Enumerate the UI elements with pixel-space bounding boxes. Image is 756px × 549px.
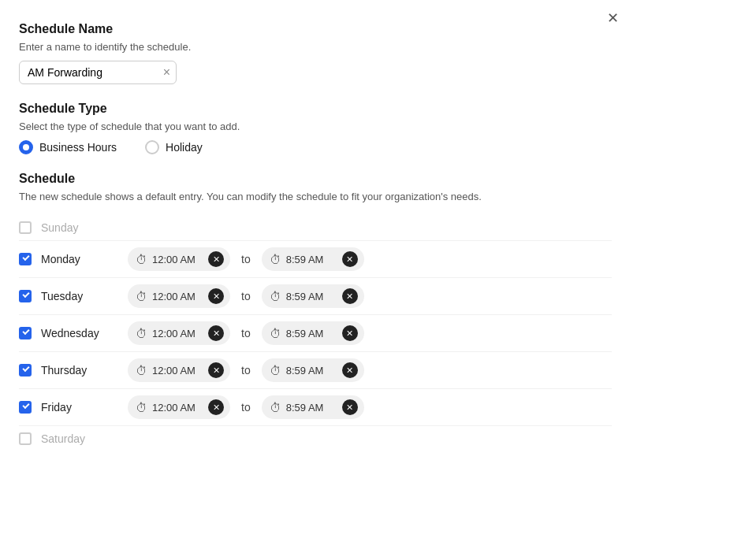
clock-icon: ⏱ (136, 401, 147, 414)
day-name-wednesday: Wednesday (41, 327, 128, 339)
day-row-sunday: Sunday (19, 215, 612, 241)
end-time-text: 8:59 AM (286, 254, 337, 265)
end-time-clear-button[interactable]: ✕ (342, 325, 358, 341)
schedule-name-section: Schedule Name Enter a name to identify t… (19, 22, 612, 84)
days-container: SundayMonday ⏱ 12:00 AM ✕ to ⏱ 8:59 AM ✕… (19, 215, 612, 451)
end-time-text: 8:59 AM (286, 365, 337, 377)
radio-business-hours-label: Business Hours (39, 141, 117, 154)
clock-icon: ⏱ (270, 290, 281, 303)
day-row-thursday: Thursday ⏱ 12:00 AM ✕ to ⏱ 8:59 AM ✕ (19, 352, 612, 389)
end-time-clear-button[interactable]: ✕ (342, 399, 358, 415)
clock-icon: ⏱ (270, 401, 281, 414)
close-button[interactable]: ✕ (601, 6, 624, 30)
end-time-text: 8:59 AM (286, 402, 337, 414)
end-time-clear-button[interactable]: ✕ (342, 288, 358, 304)
schedule-type-title: Schedule Type (19, 102, 612, 116)
schedule-name-input[interactable] (19, 61, 177, 84)
start-time-clear-button[interactable]: ✕ (208, 251, 224, 267)
start-time-text: 12:00 AM (152, 402, 203, 414)
end-time-text: 8:59 AM (286, 328, 337, 339)
end-time-pill-wednesday[interactable]: ⏱ 8:59 AM ✕ (262, 321, 364, 345)
day-name-sunday: Sunday (41, 221, 128, 234)
to-label: to (241, 290, 251, 302)
day-row-saturday: Saturday (19, 426, 612, 451)
to-label: to (241, 401, 251, 414)
radio-holiday-label: Holiday (166, 141, 203, 154)
end-time-pill-thursday[interactable]: ⏱ 8:59 AM ✕ (262, 358, 364, 382)
schedule-name-input-wrap: × (19, 61, 177, 84)
radio-business-hours-input[interactable] (19, 140, 33, 154)
end-time-pill-tuesday[interactable]: ⏱ 8:59 AM ✕ (262, 284, 364, 308)
day-checkbox-saturday[interactable] (19, 432, 32, 445)
day-name-friday: Friday (41, 401, 128, 414)
schedule-name-clear-button[interactable]: × (163, 66, 170, 79)
clock-icon: ⏱ (136, 290, 147, 303)
start-time-pill-wednesday[interactable]: ⏱ 12:00 AM ✕ (128, 321, 230, 345)
day-checkbox-monday[interactable] (19, 253, 32, 265)
day-row-friday: Friday ⏱ 12:00 AM ✕ to ⏱ 8:59 AM ✕ (19, 389, 612, 426)
to-label: to (241, 364, 251, 377)
day-name-thursday: Thursday (41, 364, 128, 377)
schedule-type-section: Schedule Type Select the type of schedul… (19, 102, 612, 154)
clock-icon: ⏱ (270, 327, 281, 340)
day-name-tuesday: Tuesday (41, 290, 128, 302)
start-time-pill-monday[interactable]: ⏱ 12:00 AM ✕ (128, 247, 230, 271)
start-time-pill-thursday[interactable]: ⏱ 12:00 AM ✕ (128, 358, 230, 382)
day-checkbox-sunday[interactable] (19, 221, 32, 234)
clock-icon: ⏱ (270, 364, 281, 377)
schedule-section: Schedule The new schedule shows a defaul… (19, 172, 612, 451)
start-time-clear-button[interactable]: ✕ (208, 288, 224, 304)
day-checkbox-tuesday[interactable] (19, 290, 32, 302)
end-time-text: 8:59 AM (286, 291, 337, 302)
radio-holiday-input[interactable] (145, 140, 159, 154)
start-time-pill-tuesday[interactable]: ⏱ 12:00 AM ✕ (128, 284, 230, 308)
day-checkbox-friday[interactable] (19, 401, 32, 414)
to-label: to (241, 253, 251, 265)
clock-icon: ⏱ (136, 327, 147, 340)
radio-holiday[interactable]: Holiday (145, 140, 203, 154)
clock-icon: ⏱ (136, 253, 147, 266)
clock-icon: ⏱ (136, 364, 147, 377)
day-checkbox-thursday[interactable] (19, 364, 32, 377)
end-time-clear-button[interactable]: ✕ (342, 362, 358, 378)
schedule-name-title: Schedule Name (19, 22, 612, 36)
schedule-title: Schedule (19, 172, 612, 186)
end-time-clear-button[interactable]: ✕ (342, 251, 358, 267)
schedule-type-radio-group: Business Hours Holiday (19, 140, 612, 154)
start-time-clear-button[interactable]: ✕ (208, 362, 224, 378)
day-row-wednesday: Wednesday ⏱ 12:00 AM ✕ to ⏱ 8:59 AM ✕ (19, 315, 612, 352)
radio-business-hours[interactable]: Business Hours (19, 140, 117, 154)
start-time-text: 12:00 AM (152, 365, 203, 377)
day-name-monday: Monday (41, 253, 128, 265)
start-time-text: 12:00 AM (152, 291, 203, 302)
start-time-clear-button[interactable]: ✕ (208, 399, 224, 415)
end-time-pill-friday[interactable]: ⏱ 8:59 AM ✕ (262, 395, 364, 419)
start-time-clear-button[interactable]: ✕ (208, 325, 224, 341)
schedule-type-desc: Select the type of schedule that you wan… (19, 121, 612, 132)
start-time-text: 12:00 AM (152, 328, 203, 339)
to-label: to (241, 327, 251, 339)
start-time-text: 12:00 AM (152, 254, 203, 265)
day-row-monday: Monday ⏱ 12:00 AM ✕ to ⏱ 8:59 AM ✕ (19, 241, 612, 278)
schedule-name-desc: Enter a name to identify the schedule. (19, 41, 612, 53)
end-time-pill-monday[interactable]: ⏱ 8:59 AM ✕ (262, 247, 364, 271)
schedule-panel: ✕ Schedule Name Enter a name to identify… (0, 0, 631, 470)
clock-icon: ⏱ (270, 253, 281, 266)
day-name-saturday: Saturday (41, 432, 128, 445)
start-time-pill-friday[interactable]: ⏱ 12:00 AM ✕ (128, 395, 230, 419)
day-checkbox-wednesday[interactable] (19, 327, 32, 339)
schedule-desc: The new schedule shows a default entry. … (19, 191, 612, 202)
day-row-tuesday: Tuesday ⏱ 12:00 AM ✕ to ⏱ 8:59 AM ✕ (19, 278, 612, 315)
